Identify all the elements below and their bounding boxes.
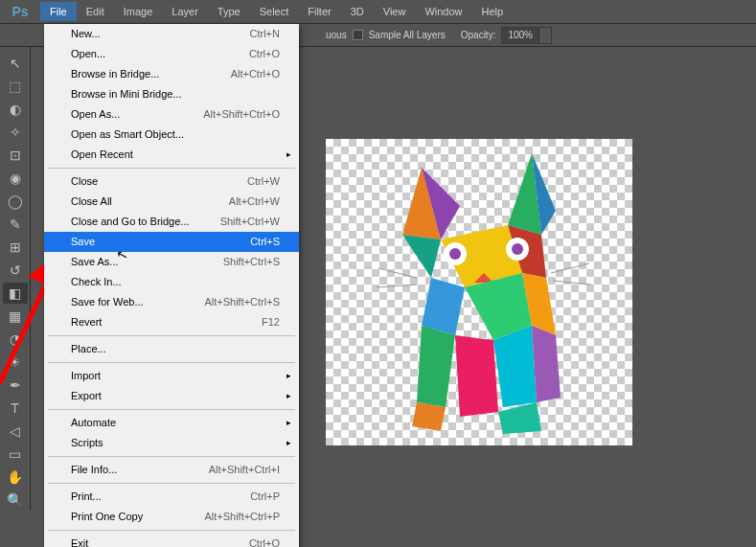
tool-move[interactable]: ↖ (3, 53, 28, 74)
file-menu-close-all[interactable]: Close AllAlt+Ctrl+W (44, 192, 299, 212)
tool-hand[interactable]: ✋ (3, 467, 28, 488)
svg-point-8 (449, 248, 461, 260)
file-menu-save-for-web[interactable]: Save for Web...Alt+Shift+Ctrl+S (44, 292, 299, 312)
tool-crop[interactable]: ⊡ (3, 145, 28, 166)
file-menu-revert[interactable]: RevertF12 (44, 312, 299, 332)
menubar: FileEditImageLayerTypeSelectFilter3DView… (40, 2, 513, 21)
file-menu-exit[interactable]: ExitCtrl+Q (44, 534, 299, 547)
file-menu-file-info[interactable]: File Info...Alt+Shift+Ctrl+I (44, 460, 299, 480)
menu-item-label: Place... (71, 342, 106, 356)
file-menu-open-recent[interactable]: Open Recent (44, 145, 299, 165)
menu-item-shortcut: Ctrl+S (250, 235, 280, 249)
menu-help[interactable]: Help (472, 2, 514, 21)
file-menu-close-and-go-to-bridge[interactable]: Close and Go to Bridge...Shift+Ctrl+W (44, 212, 299, 232)
menu-separator (48, 409, 295, 410)
svg-marker-5 (402, 235, 441, 278)
menu-separator (48, 335, 295, 336)
file-menu-browse-in-mini-bridge[interactable]: Browse in Mini Bridge... (44, 84, 299, 104)
file-menu-export[interactable]: Export (44, 386, 299, 406)
file-menu-print[interactable]: Print...Ctrl+P (44, 487, 299, 507)
svg-line-22 (377, 285, 417, 287)
menu-item-label: Open... (71, 47, 105, 61)
opacity-spinner[interactable]: 100% (501, 27, 552, 44)
menu-item-label: Print... (71, 490, 102, 504)
svg-marker-15 (417, 326, 455, 407)
menu-separator (48, 456, 295, 457)
tool-gradient[interactable]: ▦ (3, 306, 28, 327)
menu-separator (48, 362, 295, 363)
menu-file[interactable]: File (40, 2, 77, 21)
tool-pen[interactable]: ✒ (3, 375, 28, 396)
tool-zoom[interactable]: 🔍 (3, 490, 28, 511)
menu-filter[interactable]: Filter (298, 2, 340, 21)
document-canvas[interactable] (326, 139, 632, 445)
cat-image (369, 148, 599, 436)
tool-brush[interactable]: ✎ (3, 214, 28, 235)
menu-item-shortcut: Ctrl+Q (249, 536, 280, 547)
menu-item-label: Browse in Bridge... (71, 67, 159, 81)
tool-path[interactable]: ◁ (3, 421, 28, 442)
app-topbar: Ps FileEditImageLayerTypeSelectFilter3DV… (0, 0, 756, 24)
menu-item-label: Open as Smart Object... (71, 127, 184, 142)
tool-dodge[interactable]: ☀ (3, 352, 28, 373)
file-menu-automate[interactable]: Automate (44, 413, 299, 433)
file-menu-new[interactable]: New...Ctrl+N (44, 24, 299, 44)
menu-item-label: Exit (71, 536, 88, 547)
svg-marker-19 (412, 402, 446, 431)
tool-blur[interactable]: ◔ (3, 329, 28, 350)
tool-eraser[interactable]: ◧ (3, 283, 28, 304)
menu-item-label: Save for Web... (71, 295, 144, 309)
menu-select[interactable]: Select (250, 2, 299, 21)
menu-image[interactable]: Image (114, 2, 163, 21)
tool-wand[interactable]: ✧ (3, 122, 28, 143)
menu-type[interactable]: Type (208, 2, 250, 21)
tool-stamp[interactable]: ⊞ (3, 237, 28, 258)
menu-item-shortcut: Alt+Shift+Ctrl+S (204, 295, 280, 309)
file-menu-open[interactable]: Open...Ctrl+O (44, 44, 299, 64)
menu-item-label: Close and Go to Bridge... (71, 215, 190, 229)
svg-point-10 (512, 243, 523, 255)
file-menu-open-as[interactable]: Open As...Alt+Shift+Ctrl+O (44, 104, 299, 125)
menu-item-shortcut: Ctrl+P (250, 490, 280, 504)
file-menu-check-in[interactable]: Check In... (44, 272, 299, 292)
menu-item-shortcut: Alt+Ctrl+W (229, 194, 280, 209)
tool-lasso[interactable]: ◐ (3, 99, 28, 120)
menu-layer[interactable]: Layer (162, 2, 208, 21)
sample-all-layers-checkbox[interactable] (353, 30, 363, 40)
menu-3d[interactable]: 3D (341, 2, 374, 21)
menu-item-shortcut: Alt+Shift+Ctrl+O (203, 107, 280, 122)
menu-window[interactable]: Window (415, 2, 471, 21)
tool-history[interactable]: ↺ (3, 260, 28, 281)
ps-logo: Ps (0, 0, 40, 24)
file-menu-import[interactable]: Import (44, 366, 299, 386)
file-menu-close[interactable]: CloseCtrl+W (44, 171, 299, 192)
menu-separator (48, 530, 295, 531)
tool-healing[interactable]: ◯ (3, 191, 28, 212)
svg-marker-17 (493, 326, 537, 407)
menu-item-label: Export (71, 389, 102, 403)
file-menu-scripts[interactable]: Scripts (44, 433, 299, 453)
menu-edit[interactable]: Edit (77, 2, 114, 21)
tool-eyedropper[interactable]: ◉ (3, 168, 28, 189)
file-menu-place[interactable]: Place... (44, 339, 299, 359)
menu-separator (48, 483, 295, 484)
tool-shape[interactable]: ▭ (3, 444, 28, 465)
file-menu-browse-in-bridge[interactable]: Browse in Bridge...Alt+Ctrl+O (44, 64, 299, 84)
file-menu-save-as[interactable]: Save As...Shift+Ctrl+S (44, 252, 299, 272)
menu-item-shortcut: Ctrl+O (249, 47, 280, 61)
menu-item-label: Revert (71, 315, 102, 330)
menu-view[interactable]: View (374, 2, 416, 21)
file-menu-open-as-smart-object[interactable]: Open as Smart Object... (44, 125, 299, 145)
menu-item-shortcut: Shift+Ctrl+W (220, 215, 280, 229)
file-menu-print-one-copy[interactable]: Print One CopyAlt+Shift+Ctrl+P (44, 507, 299, 527)
svg-marker-20 (498, 402, 541, 434)
tool-marquee[interactable]: ⬚ (3, 76, 28, 97)
file-menu-save[interactable]: SaveCtrl+S (44, 232, 299, 252)
toolbox: ↖⬚◐✧⊡◉◯✎⊞↺◧▦◔☀✒T◁▭✋🔍 (0, 47, 31, 511)
menu-separator (48, 168, 295, 169)
menu-item-label: New... (71, 27, 101, 41)
menu-item-shortcut: Alt+Shift+Ctrl+I (209, 463, 280, 477)
chevron-down-icon[interactable] (538, 28, 551, 43)
svg-line-24 (553, 281, 591, 285)
tool-type[interactable]: T (3, 398, 28, 419)
